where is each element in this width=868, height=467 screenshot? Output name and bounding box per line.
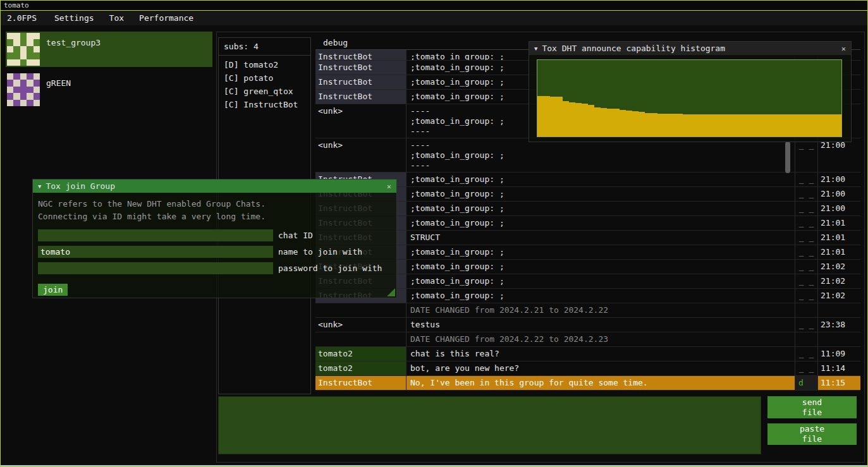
join-group-window-title: Tox join Group xyxy=(46,181,382,191)
group-avatar xyxy=(7,73,40,106)
chat-row[interactable]: <unk>testus_ _23:38 xyxy=(315,318,860,332)
chat-row-message: ;tomato_in_group: ; xyxy=(406,202,795,215)
chat-row[interactable]: <unk>---- ;tomato_in_group: ; ----_ _21:… xyxy=(315,138,860,173)
menu-item-20fps[interactable]: 2.0FPS xyxy=(7,11,47,25)
chat-row-message: chat is this real? xyxy=(406,347,795,361)
chat-row-name: tomato2 xyxy=(315,361,406,375)
menu-item-tox[interactable]: Tox xyxy=(102,11,131,25)
join-group-window-titlebar[interactable]: ▼ Tox join Group ✕ xyxy=(33,179,396,193)
member-item[interactable]: [C] InstructBot xyxy=(219,98,310,111)
chat-row-status: _ _ xyxy=(795,173,817,186)
close-icon[interactable]: ✕ xyxy=(387,182,391,191)
chat-row-status: _ _ xyxy=(795,138,817,172)
group-name: test_group3 xyxy=(46,33,101,66)
message-input[interactable] xyxy=(218,396,761,454)
chat-row-status: _ _ xyxy=(795,245,817,259)
chat-row-message: ;tomato_in_group: ; xyxy=(406,289,795,303)
close-icon[interactable]: ✕ xyxy=(841,44,846,53)
chat-row-message: ;tomato_in_group: ; xyxy=(406,260,795,274)
join-info-line: NGC refers to the New DHT enabled Group … xyxy=(38,198,391,210)
chat-row-name: InstructBot xyxy=(315,61,406,75)
chat-row-time: 23:38 xyxy=(817,318,860,332)
chat-row-message: ;tomato_in_group: ; xyxy=(406,216,795,230)
chat-row-time: 21:01 xyxy=(817,245,860,259)
chat-row-time: 21:00 xyxy=(817,173,860,186)
chat-row-message: ---- ;tomato_in_group: ; ---- xyxy=(406,138,795,172)
chat-row-time: 11:15 xyxy=(817,376,860,390)
chat-row-time: 21:02 xyxy=(817,260,860,274)
chat-row-message: ;tomato_in_group: ; xyxy=(406,245,795,259)
chat-row-name: tomato2 xyxy=(315,347,406,361)
join-group-window: ▼ Tox join Group ✕ NGC refers to the New… xyxy=(32,179,397,298)
join-group-body: NGC refers to the New DHT enabled Group … xyxy=(33,193,396,301)
chat-row-name: InstructBot xyxy=(315,376,406,390)
join-button[interactable]: join xyxy=(38,284,68,296)
collapse-icon[interactable]: ▼ xyxy=(534,45,537,52)
chat-row-time: 21:00 xyxy=(817,187,860,201)
chat-row-time: 21:00 xyxy=(817,138,860,172)
menu-item-settings[interactable]: Settings xyxy=(47,11,102,25)
chat-row[interactable]: InstructBot;tomato_in_group: ;_ _21:02 xyxy=(315,260,860,274)
field-row-password: password to join with xyxy=(38,262,391,274)
chat-row-message: No, I've been in this group for quite so… xyxy=(406,376,795,390)
field-label: chat ID xyxy=(278,231,313,240)
chat-row-name: <unk> xyxy=(315,138,406,172)
chat-row[interactable]: InstructBot;tomato_in_group: ;_ _21:00 xyxy=(315,202,860,216)
chat-row-message: ;tomato_in_group: ; xyxy=(406,173,795,186)
chat-row-status: d xyxy=(795,376,817,390)
chat-row-time: 21:00 xyxy=(817,202,860,215)
field-label: password to join with xyxy=(278,264,382,273)
chat-row-status: _ _ xyxy=(795,216,817,230)
chat-row[interactable]: InstructBot;tomato_in_group: ;_ _21:02 xyxy=(315,274,860,289)
date-row: DATE CHANGED from 2024.2.22 to 2024.2.23 xyxy=(315,332,860,347)
date-changed-text: DATE CHANGED from 2024.2.22 to 2024.2.23 xyxy=(406,332,795,346)
chat-row[interactable]: InstructBot;tomato_in_group: ;_ _21:02 xyxy=(315,289,860,303)
chat-row-name: InstructBot xyxy=(315,90,406,104)
collapse-icon[interactable]: ▼ xyxy=(38,183,41,190)
chat-scrollbar[interactable] xyxy=(785,142,790,173)
date-row: DATE CHANGED from 2024.2.21 to 2024.2.22 xyxy=(315,303,860,318)
join-info-line: Connecting via ID might take a very long… xyxy=(38,210,391,223)
histogram-window: ▼ Tox DHT announce capability histogram … xyxy=(529,41,852,142)
chat-row[interactable]: tomato2bot, are you new here?_ _11:14 xyxy=(315,361,860,376)
group-avatar xyxy=(7,33,40,66)
join-password-input[interactable] xyxy=(38,262,273,274)
groups-sidebar: test_group3gREEN xyxy=(6,32,212,112)
chat-row[interactable]: InstructBotSTRUCT_ _21:01 xyxy=(315,231,860,245)
chat-row-time: 11:09 xyxy=(817,347,860,361)
histogram-window-titlebar[interactable]: ▼ Tox DHT announce capability histogram … xyxy=(529,42,851,55)
chat-row-status: _ _ xyxy=(795,187,817,201)
send-file-button[interactable]: send file xyxy=(767,396,857,418)
chat-row[interactable]: tomato2chat is this real?_ _11:09 xyxy=(315,347,860,361)
group-name: gREEN xyxy=(46,73,71,106)
group-item-test_group3[interactable]: test_group3 xyxy=(6,32,212,67)
member-item[interactable]: [D] tomato2 xyxy=(219,58,310,71)
member-item[interactable]: [C] potato xyxy=(219,71,310,85)
chat-row-message: ;tomato_in_group: ; xyxy=(406,274,795,288)
chat-row[interactable]: InstructBotNo, I've been in this group f… xyxy=(315,376,860,391)
chat-row[interactable]: InstructBot;tomato_in_group: ;_ _21:00 xyxy=(315,173,860,187)
menu-item-performance[interactable]: Performance xyxy=(131,11,201,25)
member-list: [D] tomato2[C] potato[C] green_qtox[C] I… xyxy=(219,56,310,111)
chat-row[interactable]: InstructBot;tomato_in_group: ;_ _21:01 xyxy=(315,245,860,260)
histogram-window-title: Tox DHT announce capability histogram xyxy=(542,44,836,53)
chat-row-time: 21:02 xyxy=(817,274,860,288)
group-item-green[interactable]: gREEN xyxy=(6,72,212,107)
join-name-input[interactable] xyxy=(38,246,273,258)
subs-count: subs: 4 xyxy=(219,38,310,56)
chat-row[interactable]: InstructBot;tomato_in_group: ;_ _21:01 xyxy=(315,216,860,231)
tab-debug[interactable]: debug xyxy=(315,37,348,49)
chat-row-name: <unk> xyxy=(315,104,406,138)
chat-id-input[interactable] xyxy=(38,229,273,241)
field-row-chat-id: chat ID xyxy=(38,229,391,241)
date-changed-text: DATE CHANGED from 2024.2.21 to 2024.2.22 xyxy=(406,303,795,317)
chat-row-status: _ _ xyxy=(795,361,817,375)
histogram-plot xyxy=(537,59,842,137)
paste-file-button[interactable]: paste file xyxy=(767,423,857,445)
resize-grip[interactable] xyxy=(387,288,395,296)
chat-row-message: testus xyxy=(406,318,795,332)
chat-row[interactable]: InstructBot;tomato_in_group: ;_ _21:00 xyxy=(315,187,860,202)
chat-row-time: 21:01 xyxy=(817,216,860,230)
field-label: name to join with xyxy=(278,247,362,257)
member-item[interactable]: [C] green_qtox xyxy=(219,85,310,98)
